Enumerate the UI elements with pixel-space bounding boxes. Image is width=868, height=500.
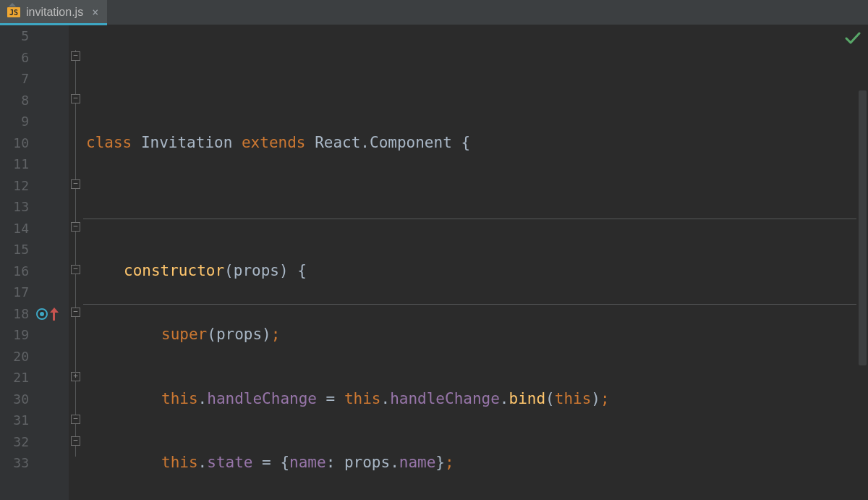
line-number[interactable]: 33 <box>0 455 35 470</box>
line-number[interactable]: 6 <box>0 50 35 65</box>
gutter[interactable]: 5 6 7 8 9 10 11 12 13 14 15 16 17 18 19 … <box>0 25 69 500</box>
line-number[interactable]: 8 <box>0 93 35 108</box>
code-editor[interactable]: 5 6 7 8 9 10 11 12 13 14 15 16 17 18 19 … <box>0 25 868 500</box>
line-number[interactable]: 11 <box>0 156 35 171</box>
line-number[interactable]: 13 <box>0 199 35 214</box>
line-number[interactable]: 18 <box>0 306 35 321</box>
line-number[interactable]: 14 <box>0 221 35 236</box>
line-number[interactable]: 5 <box>0 28 35 43</box>
line-number[interactable]: 32 <box>0 434 35 449</box>
tab-bar: JS invitation.js × <box>0 0 868 25</box>
analysis-ok-icon[interactable] <box>845 32 861 45</box>
tab-filename: invitation.js <box>26 6 83 19</box>
line-number[interactable]: 21 <box>0 370 35 385</box>
code-line[interactable]: this.state = {name: props.name}; <box>86 452 868 474</box>
code-line[interactable]: this.handleChange = this.handleChange.bi… <box>86 389 868 410</box>
close-icon[interactable]: × <box>89 7 98 18</box>
code-line[interactable]: super(props); <box>86 324 868 346</box>
code-area[interactable]: class Invitation extends React.Component… <box>69 25 868 500</box>
tab-invitation-js[interactable]: JS invitation.js × <box>0 0 107 25</box>
scrollbar-thumb[interactable] <box>859 90 867 365</box>
code-line[interactable]: class Invitation extends React.Component… <box>86 132 868 154</box>
breakpoint-icon[interactable] <box>36 308 48 320</box>
line-number[interactable]: 16 <box>0 263 35 279</box>
code-line[interactable]: constructor(props) { <box>86 260 868 282</box>
line-number[interactable]: 17 <box>0 284 35 300</box>
line-number[interactable]: 30 <box>0 391 35 407</box>
line-number[interactable]: 19 <box>0 327 35 342</box>
line-number[interactable]: 10 <box>0 135 35 151</box>
code-line[interactable] <box>86 196 868 218</box>
line-number[interactable]: 7 <box>0 71 35 86</box>
line-number[interactable]: 31 <box>0 412 35 428</box>
line-number[interactable]: 12 <box>0 178 35 193</box>
js-file-icon: JS <box>7 7 20 17</box>
line-number[interactable]: 15 <box>0 242 35 257</box>
line-number[interactable]: 20 <box>0 349 35 364</box>
code-line[interactable] <box>86 68 868 90</box>
line-number[interactable]: 9 <box>0 114 35 129</box>
override-up-icon[interactable] <box>51 308 58 321</box>
